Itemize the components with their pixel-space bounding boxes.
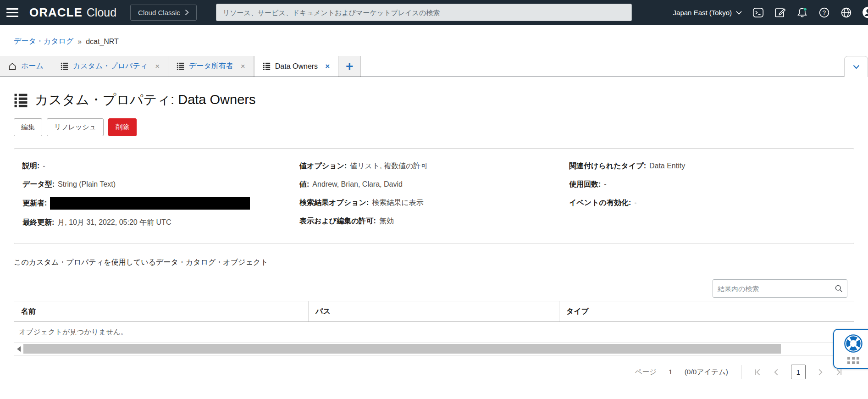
custom-property-icon <box>263 62 271 70</box>
custom-property-icon <box>61 62 68 70</box>
tab-data-owners-active[interactable]: Data Owners × <box>254 56 338 77</box>
table-empty-message: オブジェクトが見つかりません。 <box>14 322 854 342</box>
chevron-right-icon <box>185 9 189 16</box>
action-buttons: 編集 リフレッシュ 削除 <box>14 118 868 136</box>
detail-events-enabled: イベントの有効化:- <box>569 197 846 208</box>
page-number: 1 <box>669 368 673 376</box>
detail-associated-type: 関連付けられたタイプ:Data Entity <box>569 161 846 172</box>
details-column-2: 値オプション:値リスト, 複数値の許可 値:Andrew, Brian, Cla… <box>299 161 569 235</box>
help-icon[interactable]: ? <box>818 6 830 19</box>
objects-section-heading: このカスタム・プロパティを使用しているデータ・カタログ・オブジェクト <box>14 258 868 267</box>
delete-button[interactable]: 削除 <box>108 118 137 136</box>
tab-overflow-button[interactable] <box>844 56 868 77</box>
tab-label: データ所有者 <box>189 61 233 71</box>
table-toolbar <box>14 274 854 301</box>
cloud-classic-label: Cloud Classic <box>138 9 180 17</box>
language-globe-icon[interactable] <box>840 6 852 19</box>
chevron-down-icon <box>852 64 860 70</box>
search-icon[interactable] <box>830 284 847 293</box>
tab-bar: ホーム カスタム・プロパティ × <box>0 56 868 77</box>
horizontal-scrollbar <box>14 342 854 355</box>
pagination: ページ 1 (0/0アイテム) 1 <box>0 365 842 379</box>
last-page-button[interactable] <box>835 368 842 376</box>
oracle-cloud-logo[interactable]: ORACLE Cloud <box>29 6 116 20</box>
region-selector[interactable]: Japan East (Tokyo) <box>673 9 742 17</box>
home-icon <box>8 62 17 71</box>
cloud-classic-button[interactable]: Cloud Classic <box>130 5 197 21</box>
close-icon[interactable]: × <box>155 62 160 70</box>
global-search-input[interactable] <box>216 9 631 17</box>
breadcrumb-data-catalog-link[interactable]: データ・カタログ <box>14 37 73 46</box>
custom-property-icon <box>14 93 28 107</box>
cloud-shell-icon[interactable] <box>752 6 764 19</box>
details-panel: 説明:- データ型:String (Plain Text) 更新者: 最終更新:… <box>14 148 854 244</box>
tab-data-owners-jp[interactable]: データ所有者 × <box>168 56 254 77</box>
detail-last-updated: 最終更新:月, 10月 31, 2022, 05:20 午前 UTC <box>22 217 299 228</box>
breadcrumb: データ・カタログ » dcat_NRT <box>0 25 868 46</box>
brand-cloud: Cloud <box>87 6 116 19</box>
pagination-divider <box>741 365 741 379</box>
details-column-1: 説明:- データ型:String (Plain Text) 更新者: 最終更新:… <box>22 161 299 235</box>
global-search <box>216 4 632 21</box>
tab-label: ホーム <box>21 61 44 71</box>
page-title-text: カスタム・プロパティ: Data Owners <box>35 91 255 109</box>
close-icon[interactable]: × <box>241 62 245 70</box>
custom-property-icon <box>177 62 184 70</box>
items-count: (0/0アイテム) <box>685 367 728 377</box>
tab-label: Data Owners <box>275 62 318 71</box>
tab-label: カスタム・プロパティ <box>73 61 148 71</box>
svg-text:?: ? <box>823 9 826 16</box>
notification-dot <box>804 7 807 11</box>
column-header-path[interactable]: パス <box>309 301 559 321</box>
detail-values: 値:Andrew, Brian, Clara, David <box>299 179 569 190</box>
close-icon[interactable]: × <box>325 62 330 70</box>
drag-dots-icon <box>847 357 859 364</box>
current-page-button[interactable]: 1 <box>791 365 806 379</box>
column-header-type[interactable]: タイプ <box>559 301 854 321</box>
objects-table: 名前 パス タイプ オブジェクトが見つかりません。 <box>14 274 854 355</box>
detail-value-options: 値オプション:値リスト, 複数値の許可 <box>299 161 569 172</box>
redacted-value <box>50 197 250 210</box>
detail-description: 説明:- <box>22 161 299 172</box>
breadcrumb-current: dcat_NRT <box>86 38 119 46</box>
scroll-left-button[interactable] <box>14 343 23 355</box>
life-ring-icon <box>844 334 863 353</box>
chevron-down-icon <box>735 10 742 15</box>
first-page-button[interactable] <box>754 368 761 376</box>
assistant-launcher[interactable] <box>833 329 868 369</box>
oracle-cloud-console: ORACLE Cloud Cloud Classic Japan East (T… <box>0 0 868 399</box>
result-search-input[interactable] <box>713 285 830 293</box>
refresh-button[interactable]: リフレッシュ <box>47 118 104 136</box>
tab-custom-properties[interactable]: カスタム・プロパティ × <box>52 56 168 77</box>
hamburger-menu-icon[interactable] <box>6 8 20 17</box>
column-header-name[interactable]: 名前 <box>14 301 309 321</box>
scrollbar-thumb[interactable] <box>23 344 781 354</box>
add-tab-button[interactable]: + <box>338 56 361 77</box>
details-column-3: 関連付けられたタイプ:Data Entity 使用回数:- イベントの有効化:- <box>569 161 846 235</box>
user-avatar[interactable] <box>862 6 868 19</box>
result-search <box>713 279 847 298</box>
edit-button[interactable]: 編集 <box>14 118 42 136</box>
detail-updated-by: 更新者: <box>22 197 299 210</box>
detail-search-result-option: 検索結果オプション:検索結果に表示 <box>299 197 569 208</box>
next-page-button[interactable] <box>818 368 824 376</box>
topbar-right: Japan East (Tokyo) <box>673 6 868 19</box>
detail-usage-count: 使用回数:- <box>569 179 846 190</box>
breadcrumb-separator: » <box>77 38 82 46</box>
previous-page-button[interactable] <box>773 368 779 376</box>
brand-oracle: ORACLE <box>29 6 83 20</box>
announcements-edit-icon[interactable] <box>774 6 786 19</box>
detail-show-edit-permission: 表示および編集の許可:無効 <box>299 216 569 227</box>
notifications-bell-icon[interactable] <box>796 6 808 19</box>
page-label: ページ <box>635 367 657 377</box>
tab-home[interactable]: ホーム <box>0 56 52 77</box>
top-bar: ORACLE Cloud Cloud Classic Japan East (T… <box>0 0 868 25</box>
detail-data-type: データ型:String (Plain Text) <box>22 179 299 190</box>
region-label: Japan East (Tokyo) <box>673 9 732 17</box>
table-header-row: 名前 パス タイプ <box>14 301 854 322</box>
page-title: カスタム・プロパティ: Data Owners <box>14 91 868 109</box>
